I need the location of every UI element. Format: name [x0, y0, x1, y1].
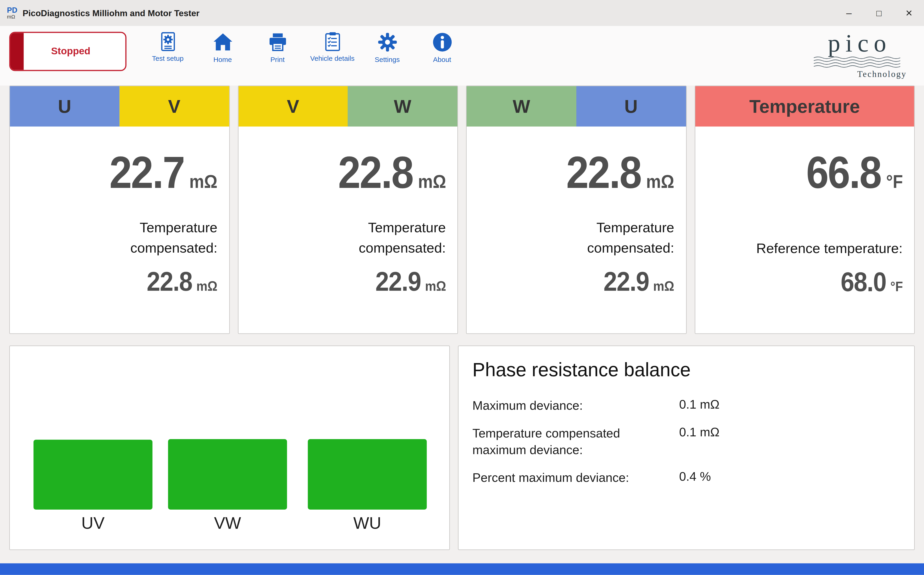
measurement-card-uv: U V 22.7 mΩ Temperature compensated: 22.… — [9, 86, 230, 334]
phase-panel-title: Phase resistance balance — [472, 358, 900, 381]
measurement-card-wu: W U 22.8 mΩ Temperature compensated: 22.… — [466, 86, 686, 334]
print-icon — [266, 31, 288, 53]
close-button[interactable]: × — [894, 0, 924, 26]
reference-number: 68.0 — [840, 268, 886, 295]
balance-bar — [308, 439, 427, 510]
status-accent-bar — [10, 33, 24, 70]
temperature-header-label: Temperature — [695, 86, 914, 127]
pico-logo-text: pico — [807, 31, 907, 56]
pico-logo-subtitle: Technology — [807, 69, 907, 79]
status-label: Stopped — [51, 46, 90, 57]
bottom-status-strip — [0, 564, 924, 575]
phase-label-v: V — [119, 86, 229, 127]
app-window: PD mΩ PicoDiagnostics Milliohm and Motor… — [0, 0, 924, 575]
compensated-unit: mΩ — [425, 279, 446, 292]
resistance-number: 22.8 — [566, 150, 641, 195]
measurement-cards: U V 22.7 mΩ Temperature compensated: 22.… — [9, 86, 915, 334]
bar-label-uv: UV — [33, 514, 152, 533]
temperature-value: 66.8 °F — [724, 150, 903, 195]
resistance-unit: mΩ — [189, 172, 218, 191]
about-icon — [431, 31, 453, 53]
print-label: Print — [270, 56, 285, 64]
bottom-panels: UV VW WU Phase resistance balance Maximu… — [9, 346, 915, 550]
about-label: About — [433, 56, 451, 64]
phase-row-value: 0.4 % — [679, 470, 900, 487]
resistance-number: 22.8 — [338, 150, 412, 195]
phase-rows: Maximum deviance: 0.1 mΩ Temperature com… — [472, 398, 900, 487]
home-icon — [212, 31, 233, 53]
bar-label-vw: VW — [168, 514, 287, 533]
temperature-number: 66.8 — [806, 150, 881, 195]
phase-row-label: Percent maximum deviance: — [472, 470, 646, 487]
minimize-icon: – — [846, 7, 852, 19]
reference-temperature-label: Reference temperature: — [704, 239, 903, 259]
close-icon: × — [905, 6, 912, 20]
resistance-unit: mΩ — [646, 172, 674, 191]
app-icon: PD mΩ — [7, 6, 17, 20]
compensated-label: Temperature compensated: — [542, 218, 674, 258]
compensated-value: 22.9 mΩ — [267, 267, 446, 294]
phase-row-label: Maximum deviance: — [472, 398, 646, 415]
phase-row-value: 0.1 mΩ — [679, 398, 900, 415]
compensated-value: 22.9 mΩ — [496, 267, 674, 294]
phase-row-label: Temperature compensated maximum deviance… — [472, 426, 646, 459]
test-setup-button[interactable]: Test setup — [141, 31, 195, 64]
print-button[interactable]: Print — [250, 31, 305, 64]
maximize-icon: □ — [876, 8, 882, 18]
home-button[interactable]: Home — [195, 31, 250, 64]
temperature-unit: °F — [886, 172, 903, 191]
compensated-label: Temperature compensated: — [313, 218, 446, 258]
compensated-unit: mΩ — [197, 279, 217, 292]
temperature-card: Temperature 66.8 °F Reference temperatur… — [694, 86, 915, 334]
phase-label-u: U — [10, 86, 119, 127]
vehicle-details-icon — [322, 31, 343, 52]
phase-label-w: W — [348, 86, 457, 127]
card-header-uv: U V — [10, 86, 229, 127]
balance-bar-column — [308, 346, 427, 510]
resistance-value: 22.7 mΩ — [39, 150, 217, 195]
window-title: PicoDiagnostics Milliohm and Motor Teste… — [23, 8, 200, 18]
test-setup-label: Test setup — [152, 54, 184, 62]
balance-bar-column — [168, 346, 287, 510]
balance-bar-column — [33, 346, 152, 510]
pico-technology-logo: pico Technology — [807, 31, 907, 79]
resistance-value: 22.8 mΩ — [267, 150, 446, 195]
reference-unit: °F — [890, 280, 903, 293]
reference-temperature-value: 68.0 °F — [724, 268, 903, 295]
app-icon-bottom: mΩ — [7, 14, 17, 20]
phase-row-value: 0.1 mΩ — [679, 426, 900, 459]
pico-waves-icon — [814, 57, 900, 68]
phase-row: Temperature compensated maximum deviance… — [472, 426, 900, 459]
vehicle-details-label: Vehicle details — [310, 54, 355, 62]
settings-button[interactable]: Settings — [360, 31, 415, 64]
phase-label-v: V — [238, 86, 348, 127]
settings-label: Settings — [375, 56, 399, 64]
compensated-number: 22.9 — [604, 267, 649, 294]
phase-label-u: U — [576, 86, 686, 127]
window-controls: – □ × — [834, 0, 924, 26]
about-button[interactable]: About — [415, 31, 470, 64]
bar-label-wu: WU — [308, 514, 427, 533]
titlebar: PD mΩ PicoDiagnostics Milliohm and Motor… — [0, 0, 924, 26]
card-header-vw: V W — [238, 86, 457, 127]
card-body-wu: 22.8 mΩ Temperature compensated: 22.9 mΩ — [467, 127, 686, 334]
test-setup-icon — [157, 31, 178, 52]
vehicle-details-button[interactable]: Vehicle details — [305, 31, 360, 64]
card-header-wu: W U — [467, 86, 686, 127]
resistance-number: 22.7 — [109, 150, 184, 195]
card-body-temperature: 66.8 °F Reference temperature: 68.0 °F — [695, 127, 914, 334]
toolbar: Stopped — [0, 26, 924, 86]
compensated-value: 22.8 mΩ — [39, 267, 217, 294]
phase-row: Percent maximum deviance: 0.4 % — [472, 470, 900, 487]
maximize-button[interactable]: □ — [864, 0, 894, 26]
resistance-value: 22.8 mΩ — [496, 150, 674, 195]
card-body-uv: 22.7 mΩ Temperature compensated: 22.8 mΩ — [10, 127, 229, 334]
card-body-vw: 22.8 mΩ Temperature compensated: 22.9 mΩ — [238, 127, 457, 334]
compensated-label: Temperature compensated: — [84, 218, 217, 258]
toolbar-items: Test setup Home Print — [141, 26, 470, 64]
balance-chart-panel: UV VW WU — [9, 346, 450, 550]
resistance-unit: mΩ — [418, 172, 446, 191]
balance-bar — [33, 440, 152, 510]
minimize-button[interactable]: – — [834, 0, 864, 26]
status-button[interactable]: Stopped — [9, 32, 127, 71]
